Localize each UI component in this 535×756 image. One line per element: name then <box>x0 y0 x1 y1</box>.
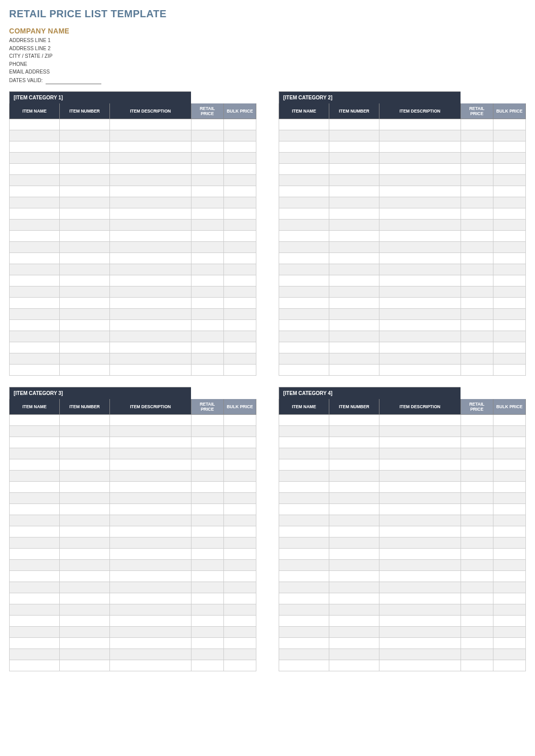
table-cell[interactable] <box>379 141 461 153</box>
table-cell[interactable] <box>223 660 256 671</box>
table-cell[interactable] <box>223 459 256 471</box>
table-cell[interactable] <box>461 320 493 331</box>
table-cell[interactable] <box>461 560 493 571</box>
table-cell[interactable] <box>223 604 256 616</box>
table-cell[interactable] <box>110 320 192 331</box>
table-cell[interactable] <box>329 197 379 208</box>
table-cell[interactable] <box>110 220 192 231</box>
table-cell[interactable] <box>191 415 223 426</box>
table-cell[interactable] <box>279 231 329 242</box>
table-cell[interactable] <box>60 604 110 616</box>
table-cell[interactable] <box>60 208 110 220</box>
table-cell[interactable] <box>60 426 110 437</box>
table-cell[interactable] <box>493 186 525 197</box>
table-cell[interactable] <box>379 471 461 482</box>
table-cell[interactable] <box>279 448 329 459</box>
table-cell[interactable] <box>379 459 461 471</box>
table-cell[interactable] <box>110 549 192 560</box>
table-cell[interactable] <box>279 649 329 660</box>
table-cell[interactable] <box>279 264 329 275</box>
table-cell[interactable] <box>110 482 192 493</box>
table-cell[interactable] <box>191 309 223 320</box>
table-cell[interactable] <box>329 437 379 448</box>
table-cell[interactable] <box>191 638 223 649</box>
table-cell[interactable] <box>493 153 525 164</box>
table-cell[interactable] <box>379 298 461 309</box>
table-cell[interactable] <box>110 242 192 253</box>
table-cell[interactable] <box>493 549 525 560</box>
table-cell[interactable] <box>461 275 493 286</box>
table-cell[interactable] <box>110 471 192 482</box>
table-cell[interactable] <box>461 264 493 275</box>
table-cell[interactable] <box>223 119 256 130</box>
table-cell[interactable] <box>329 298 379 309</box>
table-cell[interactable] <box>279 638 329 649</box>
table-cell[interactable] <box>279 298 329 309</box>
table-cell[interactable] <box>279 320 329 331</box>
table-cell[interactable] <box>60 275 110 286</box>
table-cell[interactable] <box>279 141 329 153</box>
dates-valid-input-line[interactable] <box>46 78 101 84</box>
table-cell[interactable] <box>223 482 256 493</box>
table-cell[interactable] <box>110 175 192 186</box>
table-cell[interactable] <box>379 504 461 515</box>
table-cell[interactable] <box>110 660 192 671</box>
table-cell[interactable] <box>223 208 256 220</box>
table-cell[interactable] <box>223 593 256 604</box>
table-cell[interactable] <box>493 582 525 593</box>
table-cell[interactable] <box>329 365 379 376</box>
table-cell[interactable] <box>329 459 379 471</box>
table-cell[interactable] <box>461 220 493 231</box>
table-cell[interactable] <box>493 649 525 660</box>
table-cell[interactable] <box>10 537 60 549</box>
table-cell[interactable] <box>60 153 110 164</box>
table-cell[interactable] <box>329 493 379 504</box>
table-cell[interactable] <box>223 627 256 638</box>
table-cell[interactable] <box>110 253 192 264</box>
table-cell[interactable] <box>329 471 379 482</box>
table-cell[interactable] <box>191 560 223 571</box>
table-cell[interactable] <box>223 353 256 365</box>
table-cell[interactable] <box>379 437 461 448</box>
table-cell[interactable] <box>461 130 493 141</box>
table-cell[interactable] <box>279 459 329 471</box>
table-cell[interactable] <box>279 504 329 515</box>
table-cell[interactable] <box>379 309 461 320</box>
table-cell[interactable] <box>329 515 379 526</box>
table-cell[interactable] <box>379 208 461 220</box>
table-cell[interactable] <box>223 582 256 593</box>
table-cell[interactable] <box>329 342 379 353</box>
table-cell[interactable] <box>461 309 493 320</box>
table-cell[interactable] <box>379 130 461 141</box>
table-cell[interactable] <box>223 141 256 153</box>
table-cell[interactable] <box>329 153 379 164</box>
table-cell[interactable] <box>60 253 110 264</box>
table-cell[interactable] <box>191 482 223 493</box>
table-cell[interactable] <box>279 331 329 342</box>
table-cell[interactable] <box>10 331 60 342</box>
table-cell[interactable] <box>110 186 192 197</box>
table-cell[interactable] <box>191 208 223 220</box>
table-cell[interactable] <box>329 638 379 649</box>
table-cell[interactable] <box>493 365 525 376</box>
table-cell[interactable] <box>329 627 379 638</box>
table-cell[interactable] <box>10 415 60 426</box>
table-cell[interactable] <box>223 130 256 141</box>
table-cell[interactable] <box>60 264 110 275</box>
table-cell[interactable] <box>223 331 256 342</box>
table-cell[interactable] <box>279 242 329 253</box>
table-cell[interactable] <box>223 537 256 549</box>
table-cell[interactable] <box>10 164 60 175</box>
table-cell[interactable] <box>223 197 256 208</box>
table-cell[interactable] <box>110 130 192 141</box>
table-cell[interactable] <box>279 616 329 627</box>
table-cell[interactable] <box>191 231 223 242</box>
table-cell[interactable] <box>279 482 329 493</box>
table-cell[interactable] <box>60 649 110 660</box>
table-cell[interactable] <box>223 298 256 309</box>
table-cell[interactable] <box>223 164 256 175</box>
table-cell[interactable] <box>493 515 525 526</box>
table-cell[interactable] <box>279 208 329 220</box>
table-cell[interactable] <box>10 515 60 526</box>
table-cell[interactable] <box>191 286 223 298</box>
